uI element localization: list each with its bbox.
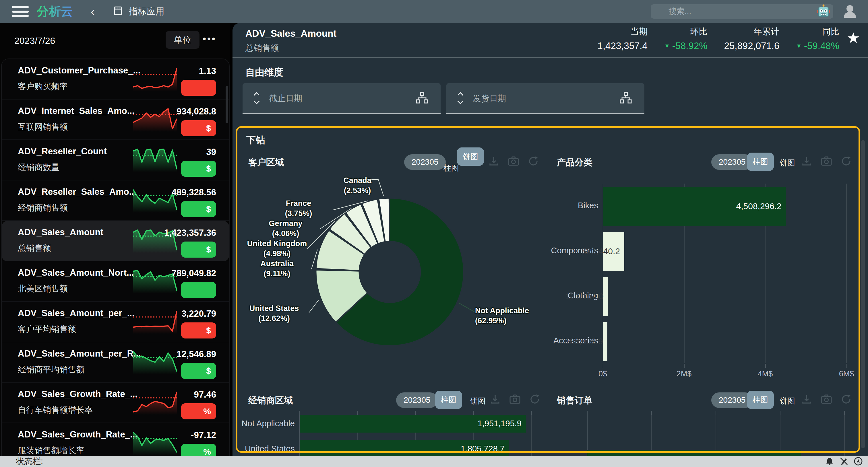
download-icon[interactable] — [801, 394, 812, 406]
category-label: United States — [237, 444, 295, 454]
sidebar-metric-item[interactable]: ADV_Reseller_Count 经销商数量 39 $ — [2, 140, 229, 180]
sales-order-bar-chart[interactable] — [587, 411, 848, 456]
chart-type-bar[interactable]: 柱图 — [435, 391, 462, 409]
sidebar-metric-item[interactable]: ADV_Sales_Growth_Rate_... 自行车销售额增长率 97.4… — [2, 383, 229, 423]
camera-icon[interactable] — [820, 156, 832, 168]
metric-subtitle: 自行车销售额增长率 — [18, 404, 93, 416]
metric-value: 1,423,357.36 — [164, 228, 216, 238]
favorite-star-icon[interactable]: ★ — [846, 29, 860, 46]
kpi-value: -59.48% — [804, 40, 839, 51]
bar-value: 523,440.2 — [582, 246, 620, 256]
metric-value: 39 — [206, 147, 216, 157]
metric-unit-badge: $ — [181, 161, 216, 177]
metric-value: 489,328.56 — [172, 187, 216, 198]
kpi-ytd: 年累计 25,892,071.6 — [724, 26, 780, 52]
download-icon[interactable] — [489, 394, 501, 406]
chart-type-pie[interactable]: 饼图 — [780, 396, 795, 406]
reseller-region-bar-chart[interactable]: Not Applicable1,951,195.9United States1,… — [299, 411, 546, 456]
back-chevron-icon[interactable]: ‹ — [91, 1, 95, 22]
refresh-icon[interactable] — [840, 156, 852, 168]
metric-value: 934,028.8 — [177, 106, 216, 117]
pie-label-united-kingdom: United Kingdom(4.98%) — [236, 239, 319, 259]
metric-subtitle: 互联网销售额 — [18, 121, 68, 133]
hierarchy-icon[interactable] — [416, 92, 428, 105]
chart-type-bar[interactable]: 柱图 — [747, 153, 774, 171]
bar-value: 106,905.9 — [565, 336, 603, 346]
sidebar-metric-item[interactable]: ADV_Internet_Sales_Amo... 互联网销售额 934,028… — [2, 100, 229, 140]
bar-accessories[interactable] — [603, 322, 608, 361]
kpi-label: 环比 — [664, 26, 708, 38]
metric-name: ADV_Sales_Amount_Nort... — [18, 268, 134, 278]
metric-value: 3,220.79 — [181, 309, 216, 319]
metric-subtitle: 经销商平均销售额 — [18, 364, 84, 375]
analysis-cloud-app: 分析云 ‹ 指标应用 2023/7/26 单 — [0, 0, 868, 467]
date-label: 2023/7/26 — [14, 36, 55, 46]
refresh-icon[interactable] — [529, 394, 540, 406]
hierarchy-icon[interactable] — [620, 92, 632, 105]
metric-subtitle: 客户平均销售额 — [18, 324, 76, 335]
metric-value: 1.13 — [199, 66, 216, 76]
metric-name: ADV_Internet_Sales_Amo... — [18, 106, 135, 116]
metric-sparkline — [133, 188, 177, 212]
unit-button[interactable]: 单位 — [166, 31, 199, 49]
kpi-label: 年累计 — [724, 26, 780, 38]
chart-type-pie[interactable]: 饼图 — [470, 396, 486, 406]
metric-sparkline — [133, 431, 177, 455]
period-pill[interactable]: 202305 — [396, 392, 438, 408]
kpi-mom: 环比 ▼-58.92% — [664, 26, 708, 52]
sidebar-scrollbar[interactable] — [226, 86, 228, 123]
refresh-icon[interactable] — [840, 394, 852, 406]
main-scrollbar[interactable] — [861, 140, 865, 448]
x-axis-tick: 6M$ — [839, 369, 854, 378]
navigation-arrow-icon[interactable] — [854, 457, 863, 466]
product-category-bar-chart[interactable]: 0$2M$4M$6M$Bikes4,508,296.2Components523… — [603, 184, 849, 373]
metric-subtitle: 经销商销售额 — [18, 202, 68, 214]
metric-name: ADV_Sales_Amount_per_... — [18, 308, 135, 319]
status-bar-icons — [825, 457, 863, 466]
main-panel: ADV_Sales_Amount 总销售额 当期 1,423,357.4 环比 … — [232, 23, 868, 456]
camera-icon[interactable] — [509, 394, 521, 406]
breadcrumb-app-name[interactable]: 指标应用 — [129, 5, 164, 18]
bar-value: 1,805,728.7 — [461, 444, 505, 454]
camera-icon[interactable] — [820, 394, 832, 406]
pen-disabled-icon[interactable] — [839, 457, 848, 466]
notification-bell-icon[interactable] — [825, 457, 834, 466]
metric-sparkline — [133, 350, 177, 374]
sidebar-metric-item[interactable]: ADV_Sales_Amount 总销售额 1,423,357.36 $ — [2, 221, 229, 261]
metric-unit-badge: $ — [181, 363, 216, 379]
more-menu-button[interactable]: ••• — [203, 33, 216, 44]
robot-assistant-icon[interactable] — [816, 4, 831, 20]
metric-value: 97.46 — [194, 390, 216, 400]
metric-unit-badge — [181, 80, 216, 96]
metric-list: ADV_Customer_Purchase_... 客户购买频率 1.13 AD… — [1, 59, 229, 464]
free-dimensions-title: 自由维度 — [245, 66, 283, 79]
chart-type-bar[interactable]: 柱图 — [747, 391, 774, 409]
sidebar-metric-item[interactable]: ADV_Sales_Amount_per_R... 经销商平均销售额 12,54… — [2, 342, 229, 383]
sidebar-metric-item[interactable]: ADV_Reseller_Sales_Amo... 经销商销售额 489,328… — [2, 180, 229, 221]
bar-value: 1,951,195.9 — [477, 419, 522, 428]
bar-clothing[interactable] — [603, 277, 608, 316]
sidebar-metric-item[interactable]: ADV_Customer_Purchase_... 客户购买频率 1.13 — [2, 59, 229, 100]
sidebar-metric-item[interactable]: ADV_Sales_Amount_per_... 客户平均销售额 3,220.7… — [2, 302, 229, 342]
metric-name: ADV_Sales_Growth_Rate_... — [18, 429, 137, 440]
bar-clipped[interactable] — [587, 450, 801, 456]
pie-label-germany: Germany(4.06%) — [245, 219, 326, 239]
search-input[interactable] — [651, 4, 833, 19]
drilldown-title: 下钻 — [246, 134, 265, 146]
x-axis-tick: 4M$ — [758, 369, 773, 378]
chart-type-pie[interactable]: 饼图 — [780, 158, 795, 168]
dimension-field-due-date[interactable]: 截止日期 — [243, 83, 441, 114]
metric-sidebar: 2023/7/26 单位 ••• ADV_Customer_Purchase_.… — [0, 23, 229, 456]
metric-name: ADV_Sales_Amount — [18, 227, 103, 237]
pie-label-not-applicable: Not Applicable(62.95%) — [475, 306, 570, 326]
user-avatar[interactable] — [842, 3, 858, 21]
download-icon[interactable] — [801, 156, 812, 168]
kpi-value: -58.92% — [672, 40, 708, 51]
kpi-label: 同比 — [796, 26, 839, 38]
status-bar-label: 状态栏: — [16, 456, 43, 467]
menu-icon[interactable] — [12, 6, 29, 17]
dimension-field-ship-date[interactable]: 发货日期 — [446, 83, 644, 114]
page-title: ADV_Sales_Amount — [245, 28, 336, 39]
sidebar-metric-item[interactable]: ADV_Sales_Amount_Nort... 北美区销售额 789,049.… — [2, 261, 229, 302]
chart-title: 产品分类 — [557, 156, 592, 168]
